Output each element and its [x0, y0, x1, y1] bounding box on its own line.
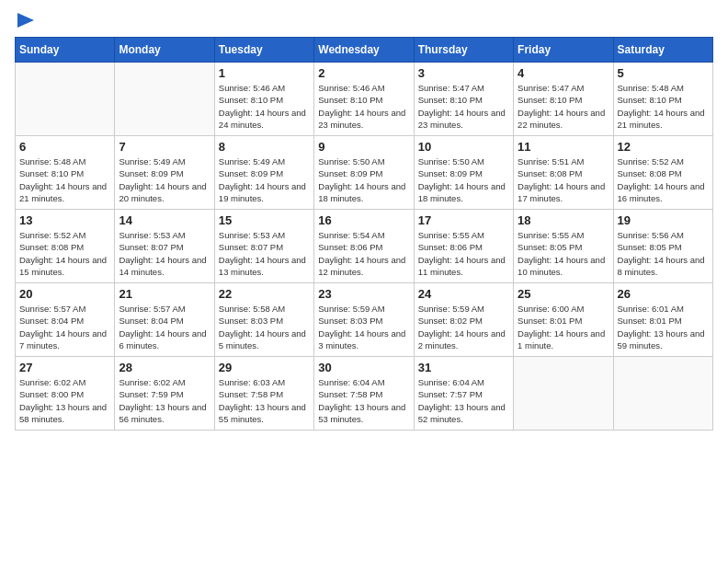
- day-info: Sunrise: 5:46 AMSunset: 8:10 PMDaylight:…: [219, 82, 310, 131]
- day-info: Sunrise: 5:56 AMSunset: 8:05 PMDaylight:…: [618, 229, 709, 278]
- day-info: Sunrise: 5:49 AMSunset: 8:09 PMDaylight:…: [119, 155, 210, 204]
- day-info: Sunrise: 5:59 AMSunset: 8:03 PMDaylight:…: [318, 303, 409, 351]
- calendar-day-cell: 27Sunrise: 6:02 AMSunset: 8:00 PMDayligh…: [16, 357, 115, 431]
- day-info: Sunrise: 6:02 AMSunset: 8:00 PMDaylight:…: [19, 376, 110, 425]
- day-number: 12: [618, 140, 709, 154]
- day-number: 1: [219, 66, 310, 80]
- calendar-day-cell: 17Sunrise: 5:55 AMSunset: 8:06 PMDayligh…: [414, 210, 513, 283]
- calendar-day-cell: 14Sunrise: 5:53 AMSunset: 8:07 PMDayligh…: [115, 210, 214, 283]
- day-number: 21: [119, 287, 210, 301]
- weekday-header: Friday: [514, 38, 613, 63]
- calendar-day-cell: 25Sunrise: 6:00 AMSunset: 8:01 PMDayligh…: [514, 283, 613, 357]
- day-number: 6: [19, 140, 110, 154]
- calendar-day-cell: 7Sunrise: 5:49 AMSunset: 8:09 PMDaylight…: [115, 136, 214, 210]
- day-info: Sunrise: 5:52 AMSunset: 8:08 PMDaylight:…: [19, 229, 110, 278]
- day-number: 30: [318, 361, 409, 374]
- calendar-day-cell: 31Sunrise: 6:04 AMSunset: 7:57 PMDayligh…: [414, 357, 513, 431]
- calendar-day-cell: 13Sunrise: 5:52 AMSunset: 8:08 PMDayligh…: [16, 210, 115, 283]
- calendar-day-cell: 24Sunrise: 5:59 AMSunset: 8:02 PMDayligh…: [414, 283, 513, 357]
- day-number: 16: [318, 213, 409, 227]
- day-info: Sunrise: 5:46 AMSunset: 8:10 PMDaylight:…: [318, 82, 409, 131]
- day-number: 22: [219, 287, 310, 301]
- calendar-day-cell: 30Sunrise: 6:04 AMSunset: 7:58 PMDayligh…: [314, 357, 414, 431]
- day-info: Sunrise: 6:02 AMSunset: 7:59 PMDaylight:…: [119, 376, 210, 425]
- calendar-day-cell: 28Sunrise: 6:02 AMSunset: 7:59 PMDayligh…: [115, 357, 214, 431]
- calendar-day-cell: 21Sunrise: 5:57 AMSunset: 8:04 PMDayligh…: [115, 283, 214, 357]
- calendar-day-cell: 3Sunrise: 5:47 AMSunset: 8:10 PMDaylight…: [414, 63, 513, 136]
- day-info: Sunrise: 6:04 AMSunset: 7:58 PMDaylight:…: [318, 376, 409, 425]
- day-number: 4: [518, 66, 609, 80]
- day-info: Sunrise: 5:48 AMSunset: 8:10 PMDaylight:…: [19, 155, 110, 204]
- calendar-day-cell: 5Sunrise: 5:48 AMSunset: 8:10 PMDaylight…: [613, 63, 712, 136]
- day-info: Sunrise: 5:51 AMSunset: 8:08 PMDaylight:…: [518, 155, 609, 204]
- day-number: 26: [618, 287, 709, 301]
- day-info: Sunrise: 5:55 AMSunset: 8:05 PMDaylight:…: [518, 229, 609, 278]
- weekday-header: Thursday: [414, 38, 513, 63]
- day-info: Sunrise: 6:03 AMSunset: 7:58 PMDaylight:…: [219, 376, 310, 425]
- calendar-day-cell: 23Sunrise: 5:59 AMSunset: 8:03 PMDayligh…: [314, 283, 414, 357]
- day-info: Sunrise: 5:47 AMSunset: 8:10 PMDaylight:…: [418, 82, 509, 131]
- calendar-week-row: 20Sunrise: 5:57 AMSunset: 8:04 PMDayligh…: [16, 283, 713, 357]
- day-number: 2: [318, 66, 409, 80]
- calendar-week-row: 13Sunrise: 5:52 AMSunset: 8:08 PMDayligh…: [16, 210, 713, 283]
- logo: [15, 15, 34, 26]
- calendar-day-cell: 1Sunrise: 5:46 AMSunset: 8:10 PMDaylight…: [214, 63, 313, 136]
- calendar-week-row: 1Sunrise: 5:46 AMSunset: 8:10 PMDaylight…: [16, 63, 713, 136]
- day-info: Sunrise: 5:49 AMSunset: 8:09 PMDaylight:…: [219, 155, 310, 204]
- day-info: Sunrise: 5:57 AMSunset: 8:04 PMDaylight:…: [119, 303, 210, 351]
- day-info: Sunrise: 5:57 AMSunset: 8:04 PMDaylight:…: [19, 303, 110, 351]
- day-number: 9: [318, 140, 409, 154]
- day-number: 24: [418, 287, 509, 301]
- calendar-day-cell: 8Sunrise: 5:49 AMSunset: 8:09 PMDaylight…: [214, 136, 313, 210]
- day-number: 7: [119, 140, 210, 154]
- day-info: Sunrise: 6:04 AMSunset: 7:57 PMDaylight:…: [418, 376, 509, 425]
- day-number: 29: [219, 361, 310, 374]
- day-info: Sunrise: 5:59 AMSunset: 8:02 PMDaylight:…: [418, 303, 509, 351]
- weekday-header: Sunday: [16, 38, 115, 63]
- day-info: Sunrise: 5:48 AMSunset: 8:10 PMDaylight:…: [618, 82, 709, 131]
- calendar-table: SundayMondayTuesdayWednesdayThursdayFrid…: [15, 37, 713, 431]
- weekday-header: Tuesday: [214, 38, 313, 63]
- day-info: Sunrise: 6:01 AMSunset: 8:01 PMDaylight:…: [618, 303, 709, 351]
- calendar-day-cell: 20Sunrise: 5:57 AMSunset: 8:04 PMDayligh…: [16, 283, 115, 357]
- day-number: 17: [418, 213, 509, 227]
- day-number: 11: [518, 140, 609, 154]
- calendar-day-cell: 6Sunrise: 5:48 AMSunset: 8:10 PMDaylight…: [16, 136, 115, 210]
- calendar-day-cell: 4Sunrise: 5:47 AMSunset: 8:10 PMDaylight…: [514, 63, 613, 136]
- calendar-day-cell: [613, 357, 712, 431]
- calendar-day-cell: [115, 63, 214, 136]
- day-number: 19: [618, 213, 709, 227]
- calendar-week-row: 27Sunrise: 6:02 AMSunset: 8:00 PMDayligh…: [16, 357, 713, 431]
- day-info: Sunrise: 5:52 AMSunset: 8:08 PMDaylight:…: [618, 155, 709, 204]
- calendar-day-cell: 15Sunrise: 5:53 AMSunset: 8:07 PMDayligh…: [214, 210, 313, 283]
- weekday-header: Wednesday: [314, 38, 414, 63]
- day-info: Sunrise: 5:53 AMSunset: 8:07 PMDaylight:…: [219, 229, 310, 278]
- day-number: 3: [418, 66, 509, 80]
- svg-marker-0: [17, 13, 34, 28]
- calendar-day-cell: [514, 357, 613, 431]
- day-number: 18: [518, 213, 609, 227]
- day-info: Sunrise: 5:54 AMSunset: 8:06 PMDaylight:…: [318, 229, 409, 278]
- calendar-day-cell: 9Sunrise: 5:50 AMSunset: 8:09 PMDaylight…: [314, 136, 414, 210]
- day-info: Sunrise: 6:00 AMSunset: 8:01 PMDaylight:…: [518, 303, 609, 351]
- day-number: 5: [618, 66, 709, 80]
- calendar-day-cell: 2Sunrise: 5:46 AMSunset: 8:10 PMDaylight…: [314, 63, 414, 136]
- day-number: 27: [19, 361, 110, 374]
- day-number: 20: [19, 287, 110, 301]
- day-info: Sunrise: 5:50 AMSunset: 8:09 PMDaylight:…: [418, 155, 509, 204]
- day-number: 31: [418, 361, 509, 374]
- calendar-day-cell: 19Sunrise: 5:56 AMSunset: 8:05 PMDayligh…: [613, 210, 712, 283]
- calendar-day-cell: 26Sunrise: 6:01 AMSunset: 8:01 PMDayligh…: [613, 283, 712, 357]
- day-info: Sunrise: 5:55 AMSunset: 8:06 PMDaylight:…: [418, 229, 509, 278]
- calendar-day-cell: 29Sunrise: 6:03 AMSunset: 7:58 PMDayligh…: [214, 357, 313, 431]
- day-number: 14: [119, 213, 210, 227]
- day-number: 28: [119, 361, 210, 374]
- day-info: Sunrise: 5:47 AMSunset: 8:10 PMDaylight:…: [518, 82, 609, 131]
- calendar-day-cell: 18Sunrise: 5:55 AMSunset: 8:05 PMDayligh…: [514, 210, 613, 283]
- calendar-day-cell: 12Sunrise: 5:52 AMSunset: 8:08 PMDayligh…: [613, 136, 712, 210]
- day-number: 25: [518, 287, 609, 301]
- calendar-day-cell: 10Sunrise: 5:50 AMSunset: 8:09 PMDayligh…: [414, 136, 513, 210]
- calendar-week-row: 6Sunrise: 5:48 AMSunset: 8:10 PMDaylight…: [16, 136, 713, 210]
- day-number: 23: [318, 287, 409, 301]
- calendar-header-row: SundayMondayTuesdayWednesdayThursdayFrid…: [16, 38, 713, 63]
